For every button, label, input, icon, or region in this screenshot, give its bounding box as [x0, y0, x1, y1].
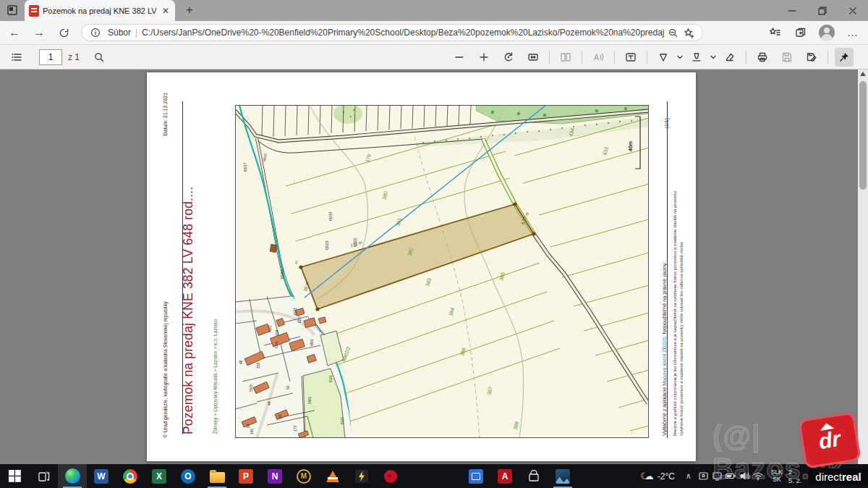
language-bottom: SK — [771, 476, 783, 484]
taskbar-file-explorer-icon[interactable] — [203, 464, 231, 488]
toc-icon[interactable] — [7, 48, 26, 67]
taskbar-photos-icon[interactable] — [548, 464, 577, 488]
page-number-input[interactable]: 1 — [39, 49, 62, 65]
forward-button[interactable]: → — [29, 22, 49, 43]
cast-screen-icon[interactable] — [710, 469, 724, 484]
map-label-65-21: 65/21 — [280, 269, 284, 279]
map-label-49-1: 49/1 — [310, 339, 314, 346]
start-button[interactable] — [0, 464, 29, 488]
favorites-hub-icon[interactable] — [767, 25, 783, 41]
draw-options-chevron-icon[interactable] — [676, 49, 684, 65]
vlc-cone-icon — [326, 471, 339, 482]
add-favorite-star-icon[interactable] — [681, 25, 697, 41]
taskbar-blue-tile-app-icon[interactable] — [461, 464, 490, 488]
map-label-55-3: 55/3 — [249, 384, 253, 392]
minimize-button[interactable] — [777, 0, 807, 21]
taskbar-chrome-icon[interactable] — [116, 464, 145, 488]
pdf-scrollbar[interactable] — [858, 70, 868, 464]
weather-widget[interactable]: ☾☁ -2°C — [640, 471, 675, 481]
erase-icon[interactable] — [720, 48, 739, 67]
map-label-140: 140 — [250, 428, 254, 434]
excel-icon: X — [152, 469, 166, 484]
document-copyright: © Úrad geodézie, kartografie a katastra … — [163, 301, 169, 437]
weather-temperature: -2°C — [658, 471, 675, 481]
meet-now-icon[interactable] — [697, 469, 710, 484]
browser-menu-icon[interactable]: ... — [845, 25, 861, 41]
zoom-out-icon[interactable] — [450, 48, 469, 67]
battery-icon[interactable] — [724, 469, 738, 484]
wifi-icon[interactable] — [752, 469, 765, 484]
taskbar-mail-icon[interactable]: M — [289, 464, 318, 488]
url-scheme-label: Súbor — [108, 28, 131, 38]
url-separator: | — [135, 28, 137, 38]
disclaimer-line-2: Meranie a grafické znázornenie je len in… — [673, 190, 678, 436]
scroll-up-arrow-icon[interactable] — [860, 72, 866, 76]
map-label-51-1: 51/1 — [274, 341, 278, 348]
map-label-48: 48 — [239, 360, 243, 364]
save-icon[interactable] — [778, 48, 796, 67]
search-document-icon[interactable] — [90, 48, 109, 67]
taskbar-excel-icon[interactable]: X — [145, 464, 174, 488]
weather-icon: ☾☁ — [640, 471, 654, 481]
collections-icon[interactable] — [793, 25, 809, 41]
taskbar-outlook-icon[interactable]: O — [174, 464, 203, 488]
restore-button[interactable] — [807, 0, 838, 21]
back-button[interactable]: ← — [4, 22, 25, 43]
pdf-viewport: Dátum: 21.12.2021 © Úrad geodézie, karto… — [0, 70, 868, 464]
document-date: Dátum: 21.12.2021 — [163, 93, 169, 136]
url-field[interactable]: Súbor | C:/Users/JanPs/OneDrive%20-%20Be… — [81, 24, 703, 41]
map-label-61-2: 61/2 — [340, 417, 344, 424]
map-label-43: 43 — [278, 414, 282, 418]
refresh-button[interactable] — [54, 22, 74, 43]
map-label-173: 173 — [293, 425, 297, 432]
taskbar-powerpoint-icon[interactable]: P — [231, 464, 260, 488]
disclaimer-prefix: Vytlačené z aplikácie — [661, 386, 668, 436]
disclaimer-suffix: Nepoužiteľné na právne úkony. — [661, 262, 668, 335]
outlook-icon: O — [181, 469, 195, 484]
directreal-monogram: dr — [817, 426, 843, 454]
language-indicator[interactable]: SLK SK — [771, 469, 783, 484]
close-button[interactable] — [838, 0, 868, 21]
onenote-icon: N — [268, 469, 282, 484]
zoom-in-icon[interactable] — [475, 48, 493, 67]
address-bar: ← → Súbor | C:/Users/JanPs/OneDrive%20-%… — [0, 21, 868, 45]
avatar-icon — [819, 25, 835, 41]
speaker-icon[interactable] — [738, 469, 752, 484]
taskbar-acrobat-icon[interactable]: A — [490, 464, 519, 488]
taskbar-irfanview-icon[interactable] — [376, 464, 405, 488]
edge-logo-icon — [65, 468, 80, 484]
taskbar-word-icon[interactable]: W — [87, 464, 116, 488]
page-count-label: z 1 — [68, 52, 80, 62]
active-tab[interactable]: Pozemok na predaj KNE 382 LV 6 ✕ — [25, 0, 175, 21]
info-icon[interactable] — [88, 25, 103, 41]
save-as-icon[interactable] — [802, 48, 821, 67]
new-tab-button[interactable]: + — [182, 3, 197, 17]
zoom-page-icon[interactable] — [665, 25, 681, 41]
taskbar-store-icon[interactable] — [519, 464, 548, 488]
pin-toolbar-icon[interactable] — [835, 48, 854, 67]
tab-actions-menu-icon[interactable] — [6, 4, 19, 17]
map-label-51-2: 51/2 — [268, 325, 272, 332]
task-view-button[interactable] — [29, 464, 58, 488]
tab-close-icon[interactable]: ✕ — [161, 6, 171, 16]
print-icon[interactable] — [753, 48, 772, 67]
highlight-icon[interactable] — [687, 48, 706, 67]
taskbar-onenote-icon[interactable]: N — [260, 464, 289, 488]
profile-avatar[interactable] — [819, 25, 835, 41]
map-label-61-1: 61/1 — [328, 375, 333, 382]
tray-overflow-chevron-icon[interactable]: ∧ — [686, 471, 692, 481]
scrollbar-thumb[interactable] — [859, 81, 867, 190]
taskbar-vlc-icon[interactable] — [318, 464, 347, 488]
add-text-icon[interactable] — [621, 48, 640, 67]
cadastral-map: 3793803813823833843853863873884344336620… — [235, 105, 649, 438]
highlight-options-chevron-icon[interactable] — [709, 49, 718, 65]
rotate-icon[interactable] — [499, 48, 518, 67]
page-view-icon[interactable] — [556, 48, 575, 67]
taskbar: W X O P N M A ☾☁ -2°C ∧ — [0, 464, 868, 488]
fit-to-width-icon[interactable] — [524, 48, 542, 67]
draw-icon[interactable] — [654, 48, 673, 67]
map-label-158: 158 — [275, 329, 279, 336]
taskbar-edge-icon[interactable] — [58, 464, 87, 488]
read-aloud-icon[interactable] — [589, 48, 608, 67]
taskbar-lightning-app-icon[interactable] — [347, 464, 376, 488]
